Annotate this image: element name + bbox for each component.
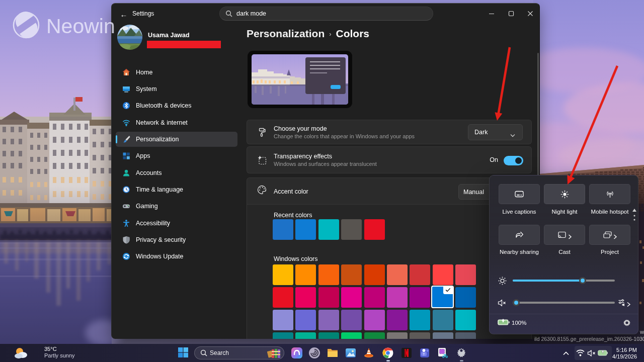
svg-text:T: T [423,352,425,356]
svg-text:Neowin: Neowin [46,15,115,38]
